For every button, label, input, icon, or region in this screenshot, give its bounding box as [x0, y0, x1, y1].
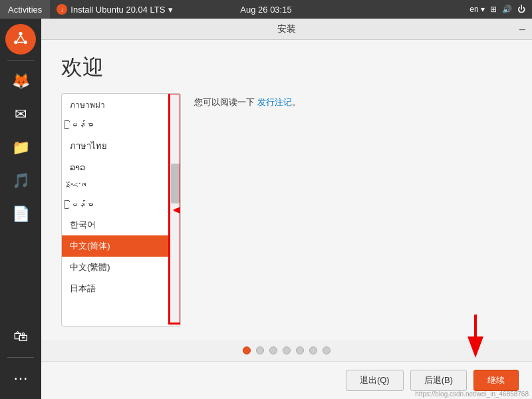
- language-list[interactable]: ภาษาพม่า မြန်မာ ภาษาไทย ລາວ རྫོང་ཁ မြန်မ…: [62, 94, 180, 326]
- quit-button[interactable]: 退出(Q): [346, 370, 404, 391]
- activities-button[interactable]: Activities: [0, 0, 50, 19]
- minimize-button[interactable]: –: [519, 23, 525, 35]
- window-title: 安装: [277, 23, 296, 35]
- svg-point-1: [19, 32, 22, 35]
- dot-7: [323, 346, 331, 354]
- sidebar-divider-bottom: [7, 357, 34, 358]
- dot-4: [283, 346, 291, 354]
- dot-2: [256, 346, 264, 354]
- window-content: 欢迎 ภาษาพม่า မြန်မာ ภาษาไทย ລາວ རྫོང་ཁ မြ…: [41, 40, 532, 340]
- app-menu-arrow-icon: ▾: [168, 5, 173, 15]
- language-list-container: ภาษาพม่า မြန်မာ ภาษาไทย ລາວ རྫོང་ཁ မြန်မ…: [61, 93, 181, 327]
- clock: Aug 26 03:15: [240, 5, 291, 15]
- system-tray: en ▾ ⊞ 🔊 ⏻: [469, 5, 532, 14]
- list-item[interactable]: မြန်မာ: [62, 116, 180, 134]
- watermark: https://blog.csdn.net/wei_in_46858768: [415, 390, 529, 398]
- sidebar-icon-grid[interactable]: ⋯: [5, 363, 36, 394]
- scrollbar[interactable]: [170, 94, 180, 326]
- keyboard-layout-indicator[interactable]: en ▾: [469, 5, 485, 14]
- network-icon[interactable]: ⊞: [490, 5, 497, 14]
- sidebar: 🦊 ✉ 📁 🎵 📄 🛍 ⋯: [0, 19, 41, 399]
- svg-point-2: [14, 41, 17, 44]
- list-item-selected[interactable]: 中文(简体): [62, 235, 180, 257]
- window-titlebar: 安装 –: [41, 19, 532, 40]
- ubuntu-download-icon: ↓: [57, 4, 67, 15]
- scroll-thumb[interactable]: [171, 164, 180, 203]
- list-item[interactable]: ລາວ: [62, 158, 180, 177]
- release-notes: 您可以阅读一下 发行注记。: [194, 96, 512, 108]
- list-item[interactable]: 日本語: [62, 278, 180, 299]
- sidebar-icon-mail[interactable]: ✉: [5, 99, 36, 130]
- list-item[interactable]: ภาษาไทย: [62, 134, 180, 158]
- activities-label: Activities: [8, 5, 42, 15]
- welcome-title: 欢迎: [61, 53, 512, 82]
- volume-icon[interactable]: 🔊: [502, 5, 512, 14]
- dot-5: [296, 346, 304, 354]
- list-item[interactable]: རྫོང་ཁ: [62, 177, 180, 196]
- dot-3: [269, 346, 277, 354]
- list-item[interactable]: 中文(繁體): [62, 257, 180, 278]
- app-menu[interactable]: ↓ Install Ubuntu 20.04 LTS ▾: [50, 4, 180, 15]
- back-button[interactable]: 后退(B): [410, 370, 467, 391]
- list-item[interactable]: မြန်မာ: [62, 196, 180, 214]
- list-item[interactable]: 한국어: [62, 214, 180, 235]
- list-item[interactable]: ภาษาพม่า: [62, 94, 180, 116]
- ubuntu-logo-icon[interactable]: [5, 24, 36, 55]
- sidebar-icon-files[interactable]: 📁: [5, 132, 36, 163]
- content-area: ภาษาพม่า မြန်မာ ภาษาไทย ລາວ རྫོང་ཁ မြန်မ…: [61, 93, 512, 327]
- sidebar-icon-appstore[interactable]: 🛍: [5, 321, 36, 352]
- sidebar-icon-firefox[interactable]: 🦊: [5, 66, 36, 96]
- sidebar-bottom: 🛍 ⋯: [5, 321, 36, 394]
- main-window: 安装 – 欢迎 ภาษาพม่า မြန်မာ ภาษาไทย ລາວ རྫོང…: [41, 19, 532, 399]
- sidebar-icon-music[interactable]: 🎵: [5, 166, 36, 196]
- dot-1: [243, 346, 251, 354]
- sidebar-divider: [7, 60, 34, 61]
- release-link[interactable]: 发行注记: [257, 97, 292, 107]
- right-content: 您可以阅读一下 发行注记。: [194, 93, 512, 327]
- continue-button[interactable]: 继续: [473, 370, 519, 391]
- sidebar-icon-libreoffice[interactable]: 📄: [5, 199, 36, 229]
- dots-bar: [41, 340, 532, 361]
- dot-6: [309, 346, 317, 354]
- topbar: Activities ↓ Install Ubuntu 20.04 LTS ▾ …: [0, 0, 532, 19]
- svg-point-3: [24, 41, 27, 44]
- power-icon[interactable]: ⏻: [517, 5, 525, 14]
- app-menu-label: Install Ubuntu 20.04 LTS: [70, 5, 165, 15]
